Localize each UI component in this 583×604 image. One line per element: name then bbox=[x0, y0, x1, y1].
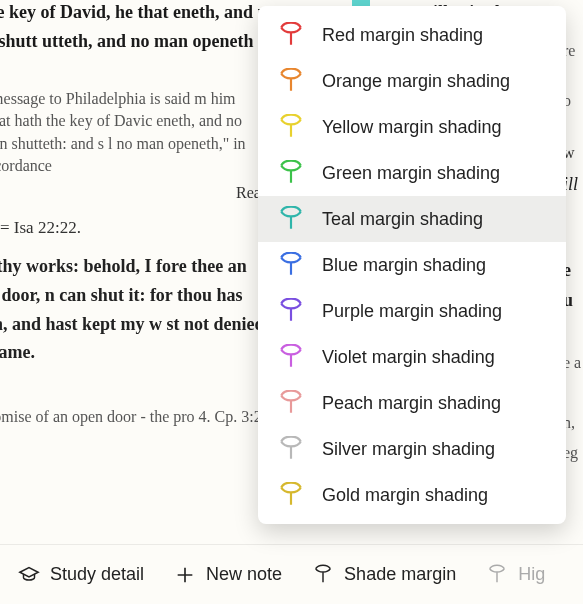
shade-margin-label: Shade margin bbox=[344, 564, 456, 585]
right-char: u bbox=[563, 286, 583, 315]
shade-swatch-icon bbox=[278, 390, 304, 416]
margin-shading-option[interactable]: Peach margin shading bbox=[258, 380, 566, 426]
right-char: eg bbox=[563, 440, 583, 466]
margin-shading-label: Yellow margin shading bbox=[322, 117, 546, 138]
margin-shading-option[interactable]: Yellow margin shading bbox=[258, 104, 566, 150]
right-char: e a bbox=[563, 350, 583, 376]
mortarboard-icon bbox=[18, 564, 40, 586]
margin-shading-label: Peach margin shading bbox=[322, 393, 546, 414]
margin-shading-label: Teal margin shading bbox=[322, 209, 546, 230]
margin-shading-label: Red margin shading bbox=[322, 25, 546, 46]
plus-icon bbox=[174, 564, 196, 586]
right-char: e bbox=[563, 256, 583, 285]
margin-shading-menu[interactable]: Red margin shadingOrange margin shadingY… bbox=[258, 6, 566, 524]
new-note-button[interactable]: New note bbox=[174, 564, 282, 586]
margin-shading-label: Gold margin shading bbox=[322, 485, 546, 506]
highlight-button[interactable]: Hig bbox=[486, 564, 545, 586]
margin-shading-option[interactable]: Violet margin shading bbox=[258, 334, 566, 380]
margin-shading-option[interactable]: Teal margin shading bbox=[258, 196, 566, 242]
commentary-fragment-2: promise of an open door - the pro 4. Cp.… bbox=[0, 406, 280, 428]
highlight-label: Hig bbox=[518, 564, 545, 585]
margin-shading-label: Green margin shading bbox=[322, 163, 546, 184]
shade-swatch-icon bbox=[278, 160, 304, 186]
commentary-fragment: e message to Philadelphia is said m him … bbox=[0, 88, 260, 178]
margin-shading-label: Violet margin shading bbox=[322, 347, 546, 368]
bottom-toolbar: Study detail New note Shade margin Hig bbox=[0, 544, 583, 604]
shade-icon bbox=[312, 564, 334, 586]
shade-swatch-icon bbox=[278, 114, 304, 140]
margin-shading-option[interactable]: Orange margin shading bbox=[258, 58, 566, 104]
shade-swatch-icon bbox=[278, 206, 304, 232]
margin-shading-option[interactable]: Purple margin shading bbox=[258, 288, 566, 334]
study-detail-label: Study detail bbox=[50, 564, 144, 585]
margin-shading-label: Orange margin shading bbox=[322, 71, 546, 92]
shade-swatch-icon bbox=[278, 22, 304, 48]
margin-shading-option[interactable]: Green margin shading bbox=[258, 150, 566, 196]
shade-swatch-icon bbox=[278, 68, 304, 94]
margin-shading-label: Blue margin shading bbox=[322, 255, 546, 276]
scripture-fragment-2: now thy works: behold, I fore thee an op… bbox=[0, 252, 280, 367]
verse-cross-ref: = Isa 22:22. bbox=[0, 214, 81, 241]
highlight-icon bbox=[486, 564, 508, 586]
scripture-fragment: th the key of David, he that eneth, and … bbox=[0, 0, 280, 56]
shade-swatch-icon bbox=[278, 344, 304, 370]
margin-shading-option[interactable]: Blue margin shading bbox=[258, 242, 566, 288]
shade-swatch-icon bbox=[278, 482, 304, 508]
right-char: n, bbox=[563, 410, 583, 436]
margin-shading-option[interactable]: Gold margin shading bbox=[258, 472, 566, 518]
margin-shading-option[interactable]: Red margin shading bbox=[258, 12, 566, 58]
shade-swatch-icon bbox=[278, 436, 304, 462]
shade-swatch-icon bbox=[278, 298, 304, 324]
margin-shading-label: Purple margin shading bbox=[322, 301, 546, 322]
right-char: o bbox=[563, 88, 583, 114]
new-note-label: New note bbox=[206, 564, 282, 585]
margin-shading-label: Silver margin shading bbox=[322, 439, 546, 460]
right-char: ill bbox=[563, 170, 583, 199]
shade-margin-button[interactable]: Shade margin bbox=[312, 564, 456, 586]
right-char: w bbox=[563, 140, 583, 166]
margin-shading-option[interactable]: Silver margin shading bbox=[258, 426, 566, 472]
shade-swatch-icon bbox=[278, 252, 304, 278]
right-char: re bbox=[563, 38, 583, 64]
study-detail-button[interactable]: Study detail bbox=[18, 564, 144, 586]
